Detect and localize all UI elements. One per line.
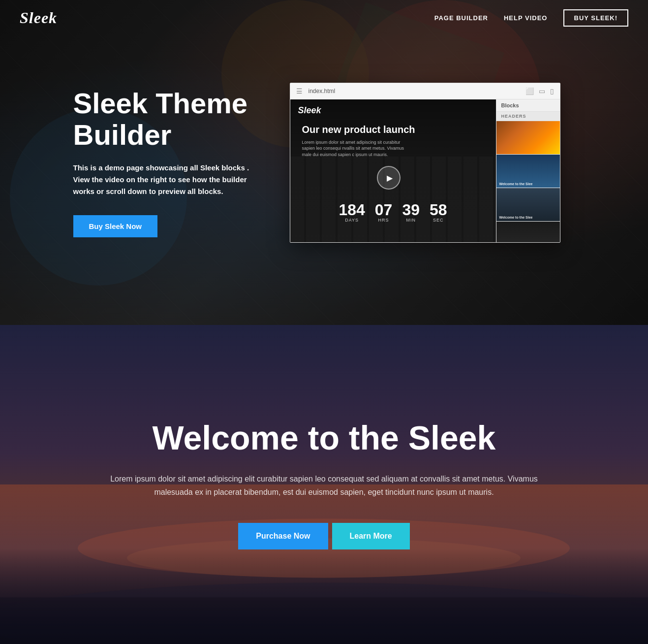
welcome-buttons: Purchase Now Learn More (98, 523, 551, 549)
welcome-section: Welcome to the Sleek Lorem ipsum dolor s… (0, 325, 648, 644)
logo: Sleek (20, 9, 57, 27)
builder-canvas: Sleek Our new product launch Lorem ipsum… (290, 99, 496, 242)
builder-body: Sleek Our new product launch Lorem ipsum… (290, 99, 560, 242)
sidebar-item-2-text: Welcome to the Slee (499, 216, 533, 219)
nav-help-video[interactable]: HELP VIDEO (504, 14, 548, 22)
countdown-min-value: 39 (402, 202, 420, 218)
hero-left-panel: Sleek Theme Builder This is a demo page … (73, 88, 260, 238)
countdown-sec: 58 SEC (430, 202, 447, 223)
sidebar-blocks-header: Blocks (496, 99, 560, 112)
svg-rect-7 (0, 598, 648, 644)
canvas-subtext: Lorem ipsum dolor sit amet adipiscing si… (302, 139, 410, 158)
sidebar-item-1[interactable]: Welcome to the Slee (496, 155, 560, 188)
nav-buy-sleek-button[interactable]: BUY SLEEK! (563, 9, 629, 27)
countdown-days-value: 184 (339, 202, 365, 218)
welcome-content: Welcome to the Sleek Lorem ipsum dolor s… (98, 419, 551, 549)
nav-page-builder[interactable]: PAGE BUILDER (434, 14, 488, 22)
welcome-title: Welcome to the Sleek (98, 419, 551, 456)
canvas-play-button[interactable] (377, 166, 401, 190)
canvas-text: Our new product launch Lorem ipsum dolor… (290, 124, 496, 158)
menu-icon: ☰ (296, 87, 303, 95)
hero-section: Sleek Theme Builder This is a demo page … (0, 0, 648, 325)
hero-content: Sleek Theme Builder This is a demo page … (54, 83, 595, 243)
device-icons: ⬜ ▭ ▯ (525, 87, 554, 95)
mobile-icon[interactable]: ▯ (550, 87, 554, 95)
builder-url: index.html (309, 88, 520, 95)
sidebar-item-0[interactable] (496, 121, 560, 155)
countdown-days: 184 DAYS (339, 202, 365, 223)
builder-preview: ☰ index.html ⬜ ▭ ▯ (290, 83, 560, 243)
canvas-countdown: 184 DAYS 07 HRS 39 MIN (290, 202, 496, 223)
sidebar-item-1-text: Welcome to the Slee (499, 182, 533, 186)
sidebar-item-3[interactable]: 190 08 19 10 (496, 222, 560, 242)
hero-right-panel: ☰ index.html ⬜ ▭ ▯ (290, 83, 575, 243)
countdown-sec-value: 58 (430, 202, 447, 218)
builder-toolbar: ☰ index.html ⬜ ▭ ▯ (290, 83, 560, 99)
canvas-logo: Sleek (298, 105, 321, 116)
main-nav: PAGE BUILDER HELP VIDEO BUY SLEEK! (434, 9, 628, 27)
sidebar-section-label: HEADERS (496, 112, 560, 121)
countdown-hrs: 07 HRS (375, 202, 393, 223)
learn-more-button[interactable]: Learn More (332, 523, 410, 549)
countdown-min: 39 MIN (402, 202, 420, 223)
purchase-now-button[interactable]: Purchase Now (238, 523, 328, 549)
welcome-description: Lorem ipsum dolor sit amet adipiscing el… (98, 472, 551, 499)
tablet-icon[interactable]: ▭ (539, 87, 545, 95)
hero-description: This is a demo page showcasing all Sleek… (73, 162, 260, 197)
site-header: Sleek PAGE BUILDER HELP VIDEO BUY SLEEK! (0, 0, 648, 36)
sidebar-item-2[interactable]: Welcome to the Slee (496, 188, 560, 222)
buy-sleek-button[interactable]: Buy Sleek Now (73, 215, 158, 237)
canvas-heading: Our new product launch (302, 124, 496, 135)
hero-title: Sleek Theme Builder (73, 88, 260, 151)
countdown-hrs-value: 07 (375, 202, 393, 218)
builder-sidebar: Blocks HEADERS Welcome to the Slee (496, 99, 560, 242)
desktop-icon[interactable]: ⬜ (525, 87, 534, 95)
